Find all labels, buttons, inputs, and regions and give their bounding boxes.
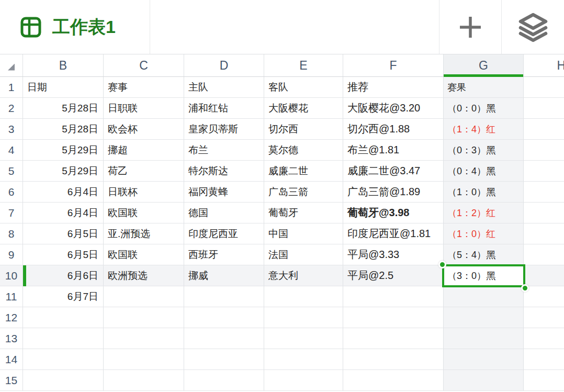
cell-D11[interactable] [184, 286, 264, 307]
cell-D2[interactable]: 浦和红钻 [184, 98, 264, 119]
cell-E5[interactable]: 威廉二世 [264, 161, 343, 182]
sheet-title-button[interactable]: 工作表1 [0, 0, 150, 54]
cell-C9[interactable]: 欧国联 [104, 244, 184, 265]
cell-H1[interactable] [524, 77, 564, 98]
row-header-10[interactable]: 10 [0, 265, 23, 286]
cell-F8[interactable]: 印度尼西亚@1.81 [343, 223, 444, 244]
cell-H2[interactable] [524, 98, 564, 119]
row-header-1[interactable]: 1 [0, 77, 23, 98]
cell-C5[interactable]: 荷乙 [104, 161, 184, 182]
row-header-5[interactable]: 5 [0, 161, 23, 182]
cell-G3[interactable]: （1：4）红 [444, 119, 524, 140]
cell-B11[interactable]: 6月7日 [23, 286, 104, 307]
cell-G12[interactable] [444, 307, 524, 328]
cell-E9[interactable]: 法国 [264, 244, 343, 265]
add-sheet-button[interactable] [439, 0, 501, 54]
cell-E13[interactable] [264, 328, 343, 349]
cell-D6[interactable]: 福冈黄蜂 [184, 182, 264, 203]
sheets-stack-button[interactable] [501, 0, 564, 54]
cell-F3[interactable]: 切尔西@1.88 [343, 119, 444, 140]
cell-E3[interactable]: 切尔西 [264, 119, 343, 140]
cell-E10[interactable]: 意大利 [264, 265, 343, 286]
cell-H6[interactable] [524, 182, 564, 203]
cell-D3[interactable]: 皇家贝蒂斯 [184, 119, 264, 140]
cell-H8[interactable] [524, 223, 564, 244]
cell-E4[interactable]: 莫尔德 [264, 140, 343, 161]
cell-D1[interactable]: 主队 [184, 77, 264, 98]
cell-B9[interactable]: 6月5日 [23, 244, 104, 265]
cell-D13[interactable] [184, 328, 264, 349]
cell-C12[interactable] [104, 307, 184, 328]
cell-B6[interactable]: 6月4日 [23, 182, 104, 203]
cell-C2[interactable]: 日职联 [104, 98, 184, 119]
cell-F2[interactable]: 大阪樱花@3.20 [343, 98, 444, 119]
cell-C4[interactable]: 挪超 [104, 140, 184, 161]
row-header-13[interactable]: 13 [0, 328, 23, 349]
cell-G13[interactable] [444, 328, 524, 349]
cell-F4[interactable]: 布兰@1.81 [343, 140, 444, 161]
select-all-corner[interactable] [0, 54, 23, 76]
cell-E11[interactable] [264, 286, 343, 307]
column-header-E[interactable]: E [264, 54, 343, 76]
cell-B1[interactable]: 日期 [23, 77, 104, 98]
cell-E15[interactable] [264, 370, 343, 391]
cell-D10[interactable]: 挪威 [184, 265, 264, 286]
column-header-B[interactable]: B [23, 54, 104, 76]
column-header-D[interactable]: D [184, 54, 264, 76]
cell-E12[interactable] [264, 307, 343, 328]
selection-handle-top-left[interactable] [438, 261, 446, 268]
cell-B2[interactable]: 5月28日 [23, 98, 104, 119]
cell-F6[interactable]: 广岛三箭@1.89 [343, 182, 444, 203]
cell-G9[interactable]: （5：4）黑 [444, 244, 524, 265]
cell-F13[interactable] [343, 328, 444, 349]
column-header-C[interactable]: C [104, 54, 184, 76]
cell-B12[interactable] [23, 307, 104, 328]
row-header-8[interactable]: 8 [0, 223, 23, 244]
cell-F14[interactable] [343, 349, 444, 370]
cell-B3[interactable]: 5月28日 [23, 119, 104, 140]
cell-G10[interactable]: （3：0）黑 [444, 265, 524, 286]
selection-handle-bottom-right[interactable] [521, 284, 529, 292]
cell-B8[interactable]: 6月5日 [23, 223, 104, 244]
row-header-4[interactable]: 4 [0, 140, 23, 161]
row-header-7[interactable]: 7 [0, 203, 23, 223]
cell-C15[interactable] [104, 370, 184, 391]
cell-F7[interactable]: 葡萄牙@3.98 [343, 203, 444, 223]
cell-E2[interactable]: 大阪樱花 [264, 98, 343, 119]
cell-D9[interactable]: 西班牙 [184, 244, 264, 265]
cell-G4[interactable]: （0：3）黑 [444, 140, 524, 161]
cell-D8[interactable]: 印度尼西亚 [184, 223, 264, 244]
cell-F5[interactable]: 威廉二世@3.47 [343, 161, 444, 182]
cell-E1[interactable]: 客队 [264, 77, 343, 98]
cell-C11[interactable] [104, 286, 184, 307]
cell-G11[interactable] [444, 286, 524, 307]
cell-B13[interactable] [23, 328, 104, 349]
cell-B15[interactable] [23, 370, 104, 391]
cell-D14[interactable] [184, 349, 264, 370]
cell-H13[interactable] [524, 328, 564, 349]
row-header-6[interactable]: 6 [0, 182, 23, 203]
row-header-9[interactable]: 9 [0, 244, 23, 265]
cell-B14[interactable] [23, 349, 104, 370]
cell-B4[interactable]: 5月29日 [23, 140, 104, 161]
cell-G2[interactable]: （0：0）黑 [444, 98, 524, 119]
row-header-3[interactable]: 3 [0, 119, 23, 140]
cell-C14[interactable] [104, 349, 184, 370]
cell-D15[interactable] [184, 370, 264, 391]
cell-B7[interactable]: 6月4日 [23, 203, 104, 223]
cell-F9[interactable]: 平局@3.33 [343, 244, 444, 265]
cell-E14[interactable] [264, 349, 343, 370]
cell-D4[interactable]: 布兰 [184, 140, 264, 161]
cell-C10[interactable]: 欧洲预选 [104, 265, 184, 286]
cell-H15[interactable] [524, 370, 564, 391]
cell-H11[interactable] [524, 286, 564, 307]
cell-E7[interactable]: 葡萄牙 [264, 203, 343, 223]
cell-H10[interactable] [524, 265, 564, 286]
cell-G7[interactable]: （1：2）红 [444, 203, 524, 223]
cell-G14[interactable] [444, 349, 524, 370]
cell-H9[interactable] [524, 244, 564, 265]
column-header-F[interactable]: F [343, 54, 444, 76]
cell-D5[interactable]: 特尔斯达 [184, 161, 264, 182]
cell-G15[interactable] [444, 370, 524, 391]
cell-G8[interactable]: （1：0）红 [444, 223, 524, 244]
